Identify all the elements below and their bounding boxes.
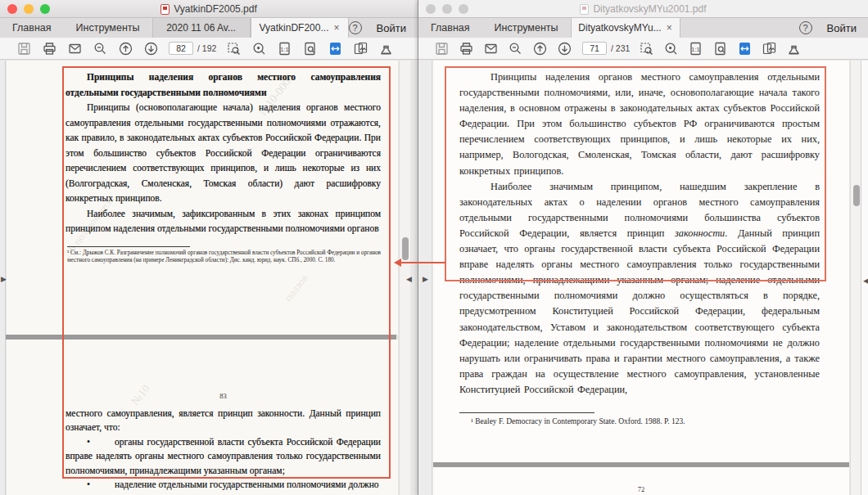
nav-pane-toggle[interactable]: ▶ — [1, 275, 7, 283]
print-icon[interactable] — [42, 41, 57, 56]
sign-in-button[interactable]: Войти — [377, 22, 406, 34]
pdf-page: №10-0006 ЭБ пользователь ползов Принципы… — [7, 61, 398, 335]
page-down-icon[interactable] — [143, 41, 159, 56]
loupe-zoom-icon[interactable] — [251, 41, 267, 56]
export-pages-icon[interactable] — [762, 41, 777, 56]
doc-paragraph: Принципы (основополагающие начала) надел… — [66, 100, 381, 206]
bullet-text: наделение отдельными государственными по… — [115, 479, 379, 489]
footnote-rule — [67, 246, 190, 247]
minimize-button[interactable] — [442, 4, 452, 14]
vertical-scrollbar[interactable] — [850, 61, 861, 495]
titlebar-left: VyatkinDF2005.pdf — [0, 0, 418, 18]
doc-tab-other[interactable]: 2020 11 06 Av... — [152, 18, 251, 38]
find-icon[interactable] — [508, 41, 523, 56]
pdf-page: Принципы наделения органов местного само… — [433, 61, 849, 462]
close-button[interactable] — [7, 4, 17, 14]
watermark: ползов — [282, 272, 311, 304]
page-number-input[interactable] — [169, 42, 193, 55]
doc-tab-active[interactable]: DityatkovskyMYu... × — [571, 18, 680, 38]
find-icon[interactable] — [93, 41, 108, 56]
pdf-file-icon — [580, 4, 589, 15]
toolbar-right: / 231 — [418, 38, 868, 60]
footnote-text: ¹ Bealey F. Democracy in Contemporary St… — [471, 417, 815, 425]
desktop: VyatkinDF2005.pdf Главная Инструменты 20… — [0, 0, 868, 495]
zoom-button[interactable] — [40, 4, 50, 14]
loupe-zoom-icon[interactable] — [663, 41, 679, 56]
acrobat-window-right: DityatkovskyMYu2001.pdf Главная Инструме… — [418, 0, 868, 495]
bullet-dot: • — [87, 437, 90, 447]
help-button[interactable]: ? — [349, 21, 362, 34]
doc-paragraph: местного самоуправления, является принци… — [66, 407, 381, 435]
tools-pane-toggle[interactable]: ◀ — [406, 275, 412, 283]
doc-paragraph: Наиболее значимым, зафиксированным в эти… — [66, 206, 381, 236]
doc-paragraph: Наиболее значимым принципом, нашедшим за… — [459, 179, 820, 398]
tab-home[interactable]: Главная — [0, 18, 64, 38]
save-icon[interactable] — [434, 41, 450, 56]
traffic-lights — [7, 4, 50, 14]
tab-close-icon[interactable]: × — [333, 22, 339, 34]
traffic-lights — [426, 4, 468, 14]
doc-tab-label: VyatkinDF200... — [260, 22, 329, 34]
page-text: местного самоуправления, является принци… — [66, 407, 381, 492]
scrollbar-thumb[interactable] — [853, 185, 860, 206]
zoom-button[interactable] — [459, 4, 468, 14]
tab-bar-left: Главная Инструменты 2020 11 06 Av... Vya… — [0, 18, 418, 38]
document-area-left: №10-0006 ЭБ пользователь ползов Принципы… — [0, 61, 418, 495]
minimize-button[interactable] — [24, 4, 34, 14]
document-area-right: Принципы наделения органов местного само… — [418, 61, 868, 495]
help-button[interactable]: ? — [799, 21, 812, 34]
sign-in-button[interactable]: Войти — [827, 22, 857, 34]
page-up-icon[interactable] — [118, 41, 133, 56]
doc-heading: Принципы наделения органов местного само… — [66, 70, 381, 100]
doc-tab-label: 2020 11 06 Av... — [166, 22, 236, 34]
footnote-rule — [459, 412, 594, 413]
toolbar-left: / 192 — [0, 38, 418, 60]
page-down-icon[interactable] — [557, 41, 572, 56]
bullet-text: органы государственной власти субъекта Р… — [66, 437, 381, 475]
bullet-dot: • — [87, 479, 90, 489]
email-icon[interactable] — [67, 41, 83, 56]
stamp-icon[interactable] — [786, 41, 802, 56]
tab-tools[interactable]: Инструменты — [64, 18, 152, 38]
window-title: DityatkovskyMYu2001.pdf — [418, 0, 868, 18]
close-button[interactable] — [426, 4, 436, 14]
page-count-label: / 192 — [197, 43, 216, 53]
actual-size-icon[interactable] — [277, 41, 292, 56]
email-icon[interactable] — [483, 41, 499, 56]
tab-tools[interactable]: Инструменты — [482, 18, 571, 38]
marquee-zoom-icon[interactable] — [226, 41, 242, 56]
pdf-file-icon — [160, 4, 170, 15]
reading-mode-icon[interactable] — [302, 41, 318, 56]
tools-pane-toggle[interactable]: ◀ — [863, 277, 868, 285]
export-pages-icon[interactable] — [353, 41, 368, 56]
footnote-text: ¹ См.: Дрыжов С.К. Разграничение полномо… — [67, 250, 381, 265]
nav-pane-toggle[interactable]: ▶ — [423, 275, 428, 283]
tab-close-icon[interactable]: × — [667, 22, 672, 34]
doc-tab-label: DityatkovskyMYu... — [578, 22, 661, 34]
page-count-label: / 231 — [611, 43, 630, 53]
window-title-text: DityatkovskyMYu2001.pdf — [593, 3, 706, 15]
fit-width-icon[interactable] — [737, 41, 753, 56]
tab-bar-right: Главная Инструменты DityatkovskyMYu... ×… — [418, 18, 868, 38]
actual-size-icon[interactable] — [688, 41, 703, 56]
page-text: Принципы наделения органов местного само… — [66, 70, 381, 236]
tab-home[interactable]: Главная — [418, 18, 482, 38]
paragraph-end: . Данный принцип означает, что органы го… — [459, 227, 820, 395]
doc-bullet: •органы государственной власти субъекта … — [66, 435, 381, 478]
scrollbar-thumb[interactable] — [402, 237, 409, 260]
fit-width-icon[interactable] — [328, 41, 343, 56]
save-icon[interactable] — [16, 41, 32, 56]
page-up-icon[interactable] — [532, 41, 548, 56]
doc-paragraph: Принципы наделения органов местного само… — [459, 70, 820, 179]
page-number-input[interactable] — [582, 42, 607, 55]
pdf-page: №10 83 местного самоуправления, является… — [7, 340, 398, 495]
italic-term: законности — [675, 227, 725, 239]
doc-tab-active[interactable]: VyatkinDF200... × — [251, 18, 349, 38]
titlebar-right: DityatkovskyMYu2001.pdf — [418, 0, 868, 18]
marquee-zoom-icon[interactable] — [639, 41, 654, 56]
pdf-page: 72 — [433, 467, 849, 495]
reading-mode-icon[interactable] — [712, 41, 728, 56]
print-icon[interactable] — [459, 41, 474, 56]
window-title-text: VyatkinDF2005.pdf — [174, 3, 257, 15]
stamp-icon[interactable] — [378, 41, 394, 56]
